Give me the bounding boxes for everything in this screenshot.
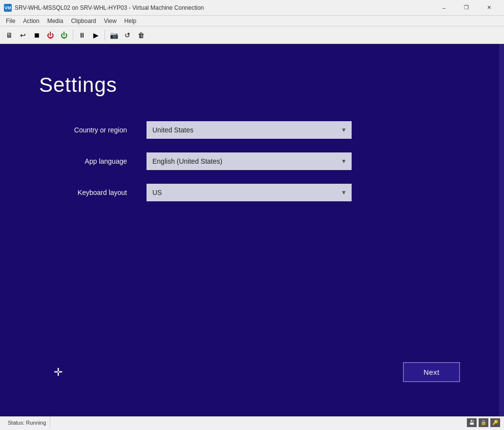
country-region-label: Country or region: [39, 126, 127, 134]
app-language-label: App language: [39, 157, 127, 165]
title-bar: VM SRV-WHL-MSSQL02 on SRV-WHL-HYP03 - Vi…: [0, 0, 504, 16]
pause-button[interactable]: ⏸: [76, 29, 88, 42]
stop-icon[interactable]: ⏹: [30, 29, 43, 42]
menu-clipboard[interactable]: Clipboard: [67, 17, 100, 25]
monitor-icon[interactable]: 🖥: [3, 29, 16, 42]
key-icon: 🔑: [490, 418, 500, 427]
status-text: Status: Running: [4, 417, 50, 428]
country-region-select[interactable]: United States United Kingdom Canada Aust…: [147, 121, 352, 139]
window-title: SRV-WHL-MSSQL02 on SRV-WHL-HYP03 - Virtu…: [15, 4, 433, 11]
scrollbar-area: [499, 44, 504, 416]
resume-button[interactable]: ▶: [89, 29, 102, 42]
toolbar-separator: [73, 30, 73, 41]
settings-panel: Settings Country or region United States…: [0, 44, 504, 416]
menu-media[interactable]: Media: [43, 17, 67, 25]
move-icon: ✛: [54, 366, 63, 379]
app-language-row: App language English (United States) Eng…: [39, 152, 475, 170]
delete-button[interactable]: 🗑: [135, 29, 147, 42]
country-region-row: Country or region United States United K…: [39, 121, 475, 139]
hdd-icon: 💾: [467, 418, 477, 427]
menu-action[interactable]: Action: [19, 17, 43, 25]
next-button[interactable]: Next: [403, 362, 460, 382]
status-icons: 💾 🔒 🔑: [467, 418, 500, 427]
undo-button[interactable]: ↺: [121, 29, 134, 42]
window-controls: – ❐ ✕: [433, 0, 500, 16]
minimize-button[interactable]: –: [433, 0, 455, 16]
menu-bar: File Action Media Clipboard View Help: [0, 16, 504, 26]
app-language-select[interactable]: English (United States) English (United …: [147, 152, 352, 170]
settings-title: Settings: [39, 73, 475, 97]
menu-help[interactable]: Help: [121, 17, 141, 25]
close-button[interactable]: ✕: [478, 0, 500, 16]
bottom-navigation: ✛ Next: [39, 362, 475, 397]
keyboard-layout-row: Keyboard layout US UK German French Span…: [39, 184, 475, 201]
settings-form: Country or region United States United K…: [39, 121, 475, 201]
keyboard-layout-wrapper: US UK German French Spanish ▼: [147, 184, 352, 201]
keyboard-layout-select[interactable]: US UK German French Spanish: [147, 184, 352, 201]
status-bar: Status: Running 💾 🔒 🔑: [0, 416, 504, 428]
vm-display: Settings Country or region United States…: [0, 44, 504, 416]
app-icon: VM: [4, 4, 12, 12]
power-off-button[interactable]: ⏻: [44, 29, 57, 42]
keyboard-layout-label: Keyboard layout: [39, 189, 127, 196]
power-on-button[interactable]: ⏻: [58, 29, 70, 42]
back-icon[interactable]: ↩: [17, 29, 29, 42]
restore-button[interactable]: ❐: [455, 0, 478, 16]
menu-view[interactable]: View: [100, 17, 121, 25]
lock-icon: 🔒: [479, 418, 488, 427]
snapshot-button[interactable]: 📷: [107, 29, 120, 42]
toolbar: 🖥 ↩ ⏹ ⏻ ⏻ ⏸ ▶ 📷 ↺ 🗑: [0, 26, 504, 44]
menu-file[interactable]: File: [2, 17, 19, 25]
toolbar-separator-2: [105, 30, 105, 41]
country-region-wrapper: United States United Kingdom Canada Aust…: [147, 121, 352, 139]
app-language-wrapper: English (United States) English (United …: [147, 152, 352, 170]
